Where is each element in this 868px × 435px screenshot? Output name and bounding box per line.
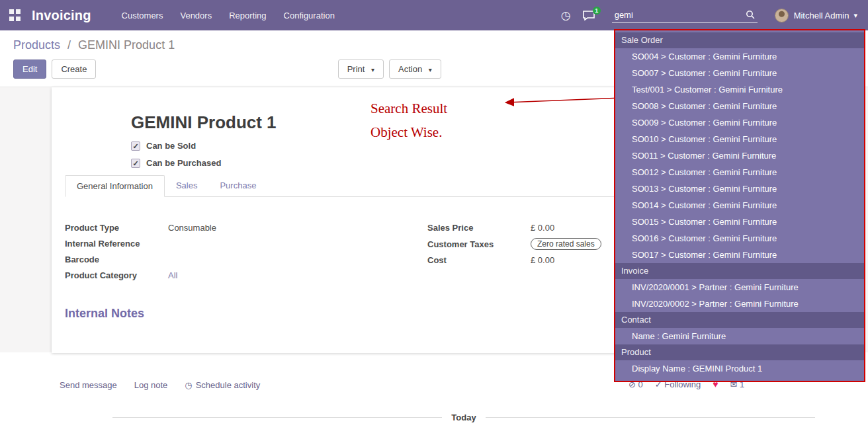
search-result-item[interactable]: SO015 > Customer : Gemini Furniture	[615, 214, 864, 230]
apps-grid-icon[interactable]	[9, 9, 21, 21]
caret-down-icon: ▾	[371, 66, 374, 73]
product-type-value: Consumable	[168, 223, 216, 233]
navbar-right: ◷ 1 Mitchell Admin ▾	[561, 8, 857, 23]
user-menu[interactable]: Mitchell Admin ▾	[775, 9, 857, 22]
product-category-link[interactable]: All	[168, 270, 177, 280]
top-navbar: Invoicing CustomersVendorsReportingConfi…	[0, 0, 868, 30]
action-dropdown-button[interactable]: Action ▾	[389, 59, 441, 79]
cost-value: £ 0.00	[531, 255, 554, 265]
breadcrumb-products-link[interactable]: Products	[13, 38, 60, 52]
search-icon[interactable]	[746, 10, 755, 19]
tab-general-information[interactable]: General Information	[65, 175, 165, 197]
message-count-badge: 1	[593, 7, 601, 15]
breadcrumb-current: GEMINI Product 1	[78, 38, 175, 52]
clock-icon: ◷	[185, 380, 192, 390]
sales-price-value: £ 0.00	[531, 223, 554, 233]
left-field-column: Product Type Consumable Internal Referen…	[65, 222, 427, 286]
search-result-item[interactable]: INV/2020/0001 > Partner : Gemini Furnitu…	[615, 279, 864, 296]
print-dropdown-button[interactable]: Print ▾	[338, 59, 384, 79]
tab-purchase[interactable]: Purchase	[208, 175, 267, 196]
activity-clock-icon[interactable]: ◷	[561, 9, 571, 22]
search-dropdown: Sale OrderSO004 > Customer : Gemini Furn…	[614, 29, 865, 382]
can-be-purchased-label: Can be Purchased	[146, 158, 221, 168]
can-be-purchased-checkbox[interactable]: ✓	[131, 159, 140, 168]
schedule-activity-button[interactable]: ◷Schedule activity	[185, 380, 260, 390]
customer-taxes-tag[interactable]: Zero rated sales	[531, 238, 601, 250]
search-result-item[interactable]: Test/001 > Customer : Gemini Furniture	[615, 81, 864, 98]
search-result-item[interactable]: SO014 > Customer : Gemini Furniture	[615, 197, 864, 214]
search-group-header: Sale Order	[615, 32, 864, 48]
global-search	[612, 8, 758, 23]
app-title[interactable]: Invoicing	[32, 8, 91, 23]
field-row-product-category: Product Category All	[65, 270, 427, 281]
search-result-item[interactable]: SO011 > Customer : Gemini Furniture	[615, 147, 864, 164]
nav-menu-customers[interactable]: Customers	[122, 11, 163, 20]
search-result-item[interactable]: SO017 > Customer : Gemini Furniture	[615, 247, 864, 263]
today-divider: Today	[112, 413, 815, 422]
nav-menu-configuration[interactable]: Configuration	[284, 11, 335, 20]
user-name: Mitchell Admin	[794, 11, 849, 20]
search-result-item[interactable]: SO016 > Customer : Gemini Furniture	[615, 230, 864, 247]
search-result-item[interactable]: SO009 > Customer : Gemini Furniture	[615, 114, 864, 131]
nav-menu-reporting[interactable]: Reporting	[229, 11, 266, 20]
avatar	[775, 9, 789, 22]
search-input[interactable]	[615, 10, 746, 20]
messages-icon[interactable]: 1	[583, 11, 595, 20]
field-row-internal-reference: Internal Reference	[65, 238, 427, 249]
field-row-barcode: Barcode	[65, 254, 427, 265]
search-result-item[interactable]: SO010 > Customer : Gemini Furniture	[615, 131, 864, 147]
nav-menu-vendors[interactable]: Vendors	[180, 11, 212, 20]
search-result-item[interactable]: SO004 > Customer : Gemini Furniture	[615, 48, 864, 65]
annotation-note: Search Result Object Wise.	[370, 97, 447, 144]
search-result-item[interactable]: Display Name : GEMINI Product 1	[615, 360, 864, 377]
breadcrumb-separator: /	[67, 38, 71, 52]
navbar-menu: CustomersVendorsReportingConfiguration	[122, 11, 352, 20]
today-label: Today	[451, 413, 476, 422]
action-button-group: Print ▾ Action ▾	[338, 59, 447, 79]
search-result-item[interactable]: SO012 > Customer : Gemini Furniture	[615, 164, 864, 180]
search-group-header: Product	[615, 344, 864, 360]
caret-down-icon: ▾	[429, 66, 432, 73]
chevron-down-icon: ▾	[853, 11, 857, 20]
field-row-product-type: Product Type Consumable	[65, 222, 427, 233]
edit-button[interactable]: Edit	[13, 59, 46, 79]
annotation-line-2: Object Wise.	[370, 120, 447, 144]
can-be-sold-checkbox[interactable]: ✓	[131, 141, 140, 151]
can-be-sold-label: Can be Sold	[146, 141, 196, 151]
send-message-button[interactable]: Send message	[60, 380, 117, 390]
annotation-line-1: Search Result	[370, 97, 447, 120]
log-note-button[interactable]: Log note	[134, 380, 168, 390]
annotation-arrow	[500, 93, 623, 108]
search-result-item[interactable]: INV/2020/0002 > Partner : Gemini Furnitu…	[615, 296, 864, 312]
create-button[interactable]: Create	[52, 59, 96, 79]
search-result-item[interactable]: Name : Gemini Furniture	[615, 328, 864, 344]
search-result-item[interactable]: SO008 > Customer : Gemini Furniture	[615, 98, 864, 114]
tab-sales[interactable]: Sales	[165, 175, 209, 196]
search-group-header: Contact	[615, 312, 864, 328]
search-group-header: Invoice	[615, 263, 864, 279]
search-result-item[interactable]: SO007 > Customer : Gemini Furniture	[615, 65, 864, 81]
search-result-item[interactable]: SO013 > Customer : Gemini Furniture	[615, 180, 864, 197]
